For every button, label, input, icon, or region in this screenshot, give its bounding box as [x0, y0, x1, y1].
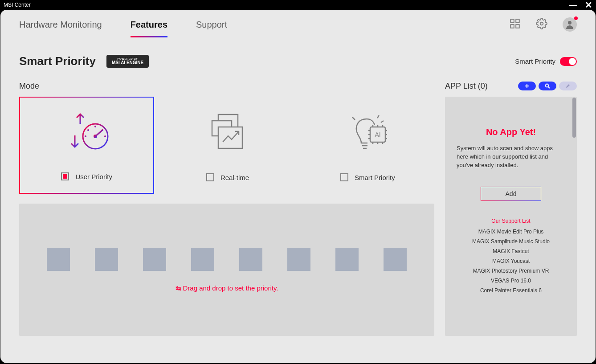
real-time-icon [204, 97, 251, 170]
mode-label-real-time: Real-time [220, 174, 249, 181]
svg-point-14 [104, 135, 106, 137]
tab-features[interactable]: Features [131, 12, 167, 37]
applist-add-pill[interactable] [518, 82, 536, 90]
pencil-icon [565, 83, 571, 89]
applist-body: No App Yet! System will auto scan and sh… [445, 97, 577, 336]
svg-point-11 [87, 129, 89, 131]
mode-heading: Mode [19, 82, 39, 91]
mode-heading-row: Mode [19, 80, 434, 92]
applist-edit-pill[interactable] [559, 82, 577, 90]
svg-point-4 [540, 22, 543, 25]
plus-icon [524, 83, 530, 89]
svg-rect-3 [516, 25, 519, 28]
nav-tabs: Hardware Monitoring Features Support [19, 12, 227, 37]
mode-label-user-priority: User Priority [75, 173, 112, 180]
window-titlebar: MSI Center — ✕ [0, 0, 596, 10]
dropzone-hint: ↹ Drag and drop to set the priority. [176, 284, 278, 292]
ai-badge-text: MSI AI ENGINE [112, 60, 143, 65]
support-list-item: MAGIX Photostory Premium VR [472, 268, 550, 274]
ai-engine-badge: POWERED BY MSI AI ENGINE [106, 55, 149, 68]
page-header: Smart Priority POWERED BY MSI AI ENGINE … [0, 39, 596, 68]
content: Mode [0, 68, 596, 355]
svg-line-39 [548, 87, 550, 88]
applist-column: APP List (0) No App Yet! Sys [445, 80, 577, 336]
add-app-button[interactable]: Add [481, 187, 541, 201]
priority-slot[interactable] [239, 248, 262, 271]
priority-slot[interactable] [191, 248, 214, 271]
applist-heading: APP List (0) [445, 82, 488, 91]
priority-slots [47, 248, 407, 271]
mode-card-user-priority[interactable]: User Priority [19, 97, 154, 194]
applist-heading-row: APP List (0) [445, 80, 577, 92]
mode-options: User Priority Real-time [19, 97, 434, 194]
support-list-item: VEGAS Pro 16.0 [472, 278, 550, 284]
svg-line-37 [381, 121, 384, 123]
avatar[interactable] [563, 17, 577, 32]
priority-slot[interactable] [143, 248, 166, 271]
priority-slot[interactable] [384, 248, 407, 271]
svg-line-10 [95, 130, 102, 136]
apps-grid-icon[interactable] [509, 18, 521, 31]
mode-checkbox-smart-priority[interactable] [340, 173, 348, 181]
tab-support[interactable]: Support [196, 12, 227, 37]
priority-slot[interactable] [335, 248, 359, 271]
svg-point-38 [546, 84, 549, 87]
mode-checkbox-user-priority[interactable] [61, 172, 69, 180]
close-button[interactable]: ✕ [585, 0, 592, 10]
topbar: Hardware Monitoring Features Support [0, 10, 596, 39]
svg-line-35 [352, 117, 355, 120]
smart-priority-icon: AI [344, 97, 391, 170]
priority-slot[interactable] [95, 248, 118, 271]
priority-slot[interactable] [47, 248, 70, 271]
smart-priority-toggle-label: Smart Priority [515, 57, 555, 65]
svg-point-15 [85, 135, 86, 137]
support-list: MAGIX Movie Edit Pro Plus MAGIX Samplitu… [472, 229, 550, 294]
svg-rect-2 [510, 25, 514, 28]
minimize-button[interactable]: — [569, 0, 577, 10]
noapp-title: No App Yet! [486, 127, 536, 137]
search-icon [545, 83, 550, 89]
svg-point-13 [102, 129, 103, 131]
mode-card-real-time[interactable]: Real-time [161, 97, 294, 194]
support-list-title: Our Support List [491, 218, 530, 224]
svg-rect-0 [510, 19, 514, 23]
priority-dropzone[interactable]: ↹ Drag and drop to set the priority. [19, 204, 434, 336]
top-icons [509, 17, 577, 32]
noapp-description: System will auto scan and show apps here… [454, 144, 568, 170]
applist-actions [518, 82, 577, 90]
support-list-item: MAGIX Fastcut [472, 248, 550, 254]
svg-point-12 [94, 126, 96, 127]
window-controls: — ✕ [569, 0, 592, 10]
mode-column: Mode [19, 80, 434, 336]
mode-label-smart-priority: Smart Priority [355, 174, 395, 181]
smart-priority-toggle[interactable] [560, 57, 577, 66]
support-list-item: MAGIX Youcast [472, 258, 550, 264]
mode-card-smart-priority[interactable]: AI Smart Priority [301, 97, 434, 194]
svg-rect-1 [516, 19, 519, 23]
app-window: Hardware Monitoring Features Support Sma… [0, 10, 596, 363]
window-title: MSI Center [4, 2, 31, 8]
user-priority-icon [62, 98, 111, 169]
ai-badge-small: POWERED BY [112, 57, 143, 61]
support-list-item: MAGIX Movie Edit Pro Plus [472, 229, 550, 235]
swap-icon: ↹ [176, 284, 181, 292]
priority-slot[interactable] [287, 248, 310, 271]
mode-checkbox-real-time[interactable] [206, 173, 214, 181]
applist-search-pill[interactable] [539, 82, 556, 90]
svg-line-36 [377, 115, 379, 118]
svg-text:AI: AI [375, 131, 380, 138]
support-list-item: MAGIX Samplitude Music Studio [472, 238, 550, 245]
tab-hardware-monitoring[interactable]: Hardware Monitoring [19, 12, 102, 37]
svg-point-5 [568, 21, 572, 25]
dropzone-hint-text: Drag and drop to set the priority. [183, 284, 278, 292]
support-list-item: Corel Painter Essentials 6 [472, 287, 550, 294]
applist-scrollbar[interactable] [572, 98, 576, 138]
page-title: Smart Priority [19, 54, 96, 68]
gear-icon[interactable] [536, 18, 547, 31]
